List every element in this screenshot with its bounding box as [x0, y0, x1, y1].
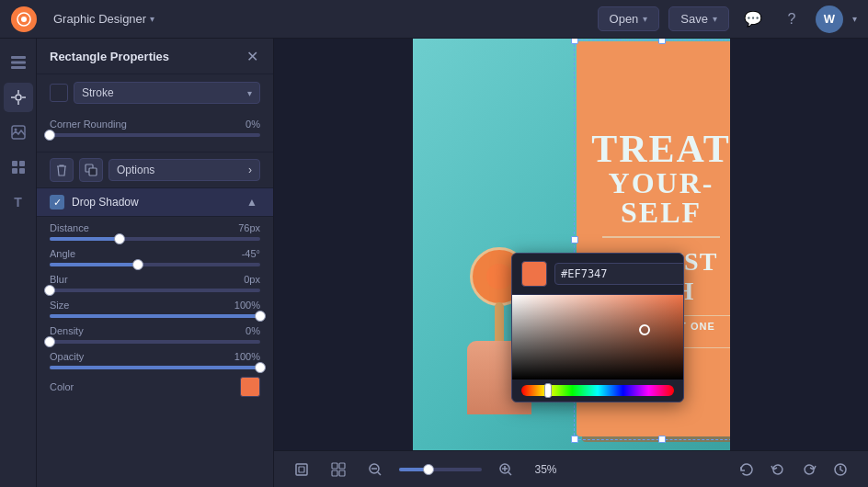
svg-rect-13 — [19, 161, 25, 166]
svg-rect-20 — [299, 467, 304, 472]
options-row: Options › — [37, 152, 273, 188]
svg-rect-21 — [332, 463, 337, 469]
rail-text-icon[interactable]: T — [4, 187, 33, 217]
avatar[interactable]: W — [816, 6, 843, 33]
corner-rounding-value: 0% — [246, 119, 260, 130]
svg-rect-17 — [89, 168, 97, 176]
card-treat-text: TREAT — [591, 130, 729, 168]
app-logo — [11, 6, 37, 32]
color-row: Color — [50, 377, 260, 397]
canvas-area: TREAT YOUR- SELF AUGUST 15TH BUY ONE GET… — [274, 39, 868, 487]
topbar: Graphic Designer ▾ Open ▾ Save ▾ 💬 ? W ▾ — [0, 0, 868, 39]
svg-rect-12 — [12, 161, 17, 166]
svg-rect-3 — [11, 62, 26, 64]
cp-cursor — [639, 324, 650, 335]
shadow-properties: Distance 76px Angle -45° — [37, 222, 273, 397]
opacity-value: 100% — [234, 351, 260, 362]
density-slider[interactable] — [50, 340, 260, 344]
main-layout: T Rectangle Properties ✕ Stroke ▾ — [0, 39, 868, 487]
cp-main-swatch[interactable] — [521, 261, 547, 287]
panel-scroll-area: Stroke ▾ Corner Rounding 0% — [37, 74, 273, 487]
density-value: 0% — [246, 325, 260, 336]
undo-button[interactable] — [765, 457, 791, 482]
stroke-chevron: ▾ — [247, 88, 252, 98]
blur-label-row: Blur 0px — [50, 274, 260, 285]
svg-rect-2 — [11, 56, 26, 59]
open-chevron: ▾ — [643, 14, 647, 24]
distance-label: Distance — [50, 222, 89, 233]
reset-button[interactable] — [734, 457, 760, 482]
panel-title: Rectangle Properties — [50, 50, 169, 63]
zoom-out-button[interactable] — [362, 457, 388, 482]
chat-icon-button[interactable]: 💬 — [738, 5, 768, 34]
corner-rounding-label-row: Corner Rounding 0% — [50, 119, 260, 130]
stroke-swatch[interactable] — [50, 84, 68, 102]
shadow-color-swatch[interactable] — [240, 377, 260, 397]
svg-point-5 — [16, 95, 21, 100]
cp-hex-input[interactable] — [554, 263, 684, 285]
blur-slider[interactable] — [50, 289, 260, 292]
properties-panel: Rectangle Properties ✕ Stroke ▾ Corne — [37, 39, 274, 487]
cp-gradient-area[interactable] — [512, 295, 683, 379]
options-button[interactable]: Options › — [108, 159, 260, 181]
rail-properties-icon[interactable] — [4, 83, 33, 112]
size-label-row: Size 100% — [50, 300, 260, 311]
distance-value: 76px — [238, 222, 260, 233]
svg-rect-23 — [332, 470, 337, 476]
app-name-chevron: ▾ — [150, 14, 154, 24]
zoom-value: 35% — [530, 463, 562, 476]
text-tool-label: T — [14, 195, 22, 210]
svg-rect-14 — [12, 168, 17, 174]
size-value: 100% — [234, 300, 260, 311]
angle-value: -45° — [242, 248, 260, 259]
grid-view-button[interactable] — [326, 457, 351, 482]
redo-button[interactable] — [796, 457, 822, 482]
avatar-chevron: ▾ — [852, 14, 857, 24]
bottom-right-icons — [734, 457, 853, 482]
corner-rounding-slider[interactable] — [50, 133, 260, 137]
angle-label: Angle — [50, 248, 75, 259]
app-name-button[interactable]: Graphic Designer ▾ — [46, 8, 162, 29]
fit-view-button[interactable] — [289, 457, 314, 482]
distance-slider[interactable] — [50, 237, 260, 241]
blur-label: Blur — [50, 274, 68, 285]
angle-label-row: Angle -45° — [50, 248, 260, 259]
density-label: Density — [50, 325, 84, 336]
open-button[interactable]: Open ▾ — [598, 6, 660, 31]
svg-rect-15 — [19, 168, 25, 174]
save-chevron: ▾ — [713, 14, 717, 24]
app-name-label: Graphic Designer — [53, 12, 146, 26]
rail-elements-icon[interactable] — [4, 153, 33, 182]
density-label-row: Density 0% — [50, 325, 260, 336]
cp-hue-bar[interactable] — [521, 385, 674, 396]
bottom-bar: 35% — [274, 450, 868, 487]
stroke-section: Stroke ▾ — [37, 74, 273, 111]
svg-line-31 — [508, 472, 511, 475]
panel-close-button[interactable]: ✕ — [244, 48, 260, 64]
save-button[interactable]: Save ▾ — [668, 6, 729, 31]
help-icon-button[interactable]: ? — [777, 5, 806, 34]
svg-point-1 — [21, 17, 27, 22]
size-label: Size — [50, 300, 69, 311]
drop-shadow-checkbox[interactable]: ✓ — [50, 195, 64, 210]
opacity-slider[interactable] — [50, 366, 260, 369]
angle-slider[interactable] — [50, 263, 260, 266]
svg-rect-4 — [11, 66, 26, 69]
rail-media-icon[interactable] — [4, 118, 33, 147]
svg-line-27 — [378, 472, 381, 475]
zoom-in-button[interactable] — [493, 457, 519, 482]
duplicate-button[interactable] — [79, 158, 103, 182]
svg-rect-24 — [339, 470, 345, 476]
rail-layers-icon[interactable] — [4, 48, 33, 77]
cp-hue-thumb[interactable] — [544, 383, 552, 398]
history-button[interactable] — [828, 457, 853, 482]
size-slider[interactable] — [50, 314, 260, 318]
trash-button[interactable] — [50, 158, 74, 182]
icon-rail: T — [0, 39, 37, 487]
drop-shadow-collapse-button[interactable]: ▲ — [244, 194, 260, 210]
svg-point-11 — [14, 129, 17, 131]
zoom-slider-container[interactable] — [399, 468, 482, 471]
opacity-label-row: Opacity 100% — [50, 351, 260, 362]
color-label: Color — [50, 381, 74, 392]
stroke-select[interactable]: Stroke ▾ — [74, 82, 260, 104]
